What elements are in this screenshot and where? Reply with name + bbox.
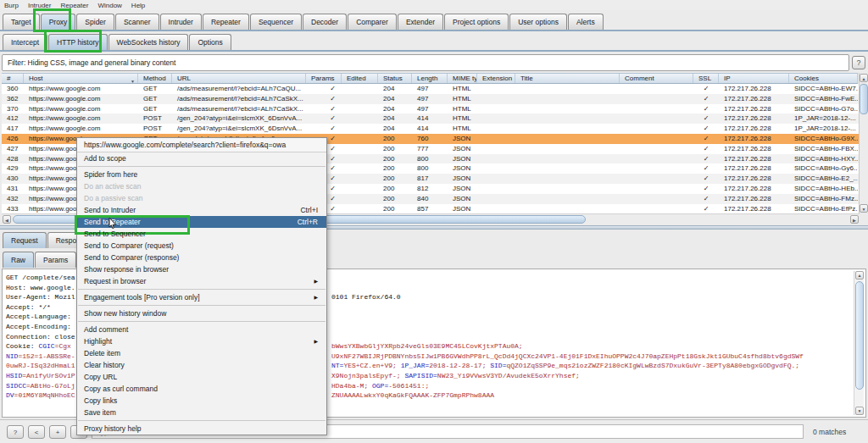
request-line-text: Cookie: CGIC=Cgx (6, 341, 71, 352)
column-header-method[interactable]: Method (138, 74, 172, 83)
cell-extension (477, 124, 515, 134)
cell-length: 800 (412, 163, 448, 174)
submenu-arrow-icon: ▶ (314, 291, 318, 303)
menu-item-show-response-in-browser[interactable]: Show response in browser (77, 263, 326, 275)
scroll-down-icon[interactable]: ▼ (860, 204, 868, 213)
view-tab-params[interactable]: Params (35, 252, 76, 268)
table-row[interactable]: 360https://www.google.comGET/ads/measure… (2, 84, 860, 94)
table-row[interactable]: 362https://www.google.comGET/ads/measure… (2, 94, 860, 104)
table-row[interactable]: 412https://www.google.comPOST/gen_204?at… (2, 114, 860, 124)
previous-match-button[interactable]: < (28, 425, 45, 439)
cell-num: 431 (2, 184, 24, 194)
tab-intercept[interactable]: Intercept (3, 34, 47, 50)
tab-alerts[interactable]: Alerts (568, 14, 604, 30)
menu-item-add-comment[interactable]: Add comment (77, 324, 326, 335)
cell-mime: JSON (448, 184, 477, 194)
menu-item-highlight[interactable]: Highlight▶ (77, 335, 326, 347)
cell-status: 204 (378, 124, 412, 134)
menu-item-delete-item[interactable]: Delete item (77, 347, 326, 359)
editor-scroll-thumb[interactable] (855, 281, 864, 390)
menu-item-save-item[interactable]: Save item (77, 407, 326, 418)
tab-proxy[interactable]: Proxy (41, 14, 76, 30)
cell-ssl: ✓ (693, 154, 719, 164)
menu-item-show-new-history-window[interactable]: Show new history window (77, 307, 326, 319)
menu-item-send-to-sequencer[interactable]: Send to Sequencer (77, 228, 326, 240)
scroll-up-icon[interactable]: ▲ (860, 74, 868, 82)
cell-method: GET (138, 94, 172, 104)
cell-extension (477, 84, 515, 94)
tab-intruder[interactable]: Intruder (160, 14, 202, 30)
column-header-length[interactable]: Length (412, 74, 448, 83)
menu-item-request-in-browser[interactable]: Request in browser▶ (77, 275, 326, 287)
menu-item-add-to-scope[interactable]: Add to scope (77, 152, 326, 164)
cell-params: ✓ (306, 84, 342, 94)
table-vertical-scrollbar[interactable]: ▲ ▼ (859, 73, 868, 213)
tab-http-history[interactable]: HTTP history (48, 34, 107, 50)
cell-ssl: ✓ (693, 94, 719, 104)
menu-item-send-to-repeater[interactable]: Send to RepeaterCtrl+R (77, 216, 326, 228)
menu-item-copy-links[interactable]: Copy links (77, 395, 326, 407)
filter-text: Filter: Hiding CSS, image and general bi… (8, 58, 175, 67)
cell-length: 497 (412, 104, 448, 114)
column-header-mime-type[interactable]: MIME type (448, 74, 477, 83)
cell-num: 412 (2, 114, 24, 124)
editor-vertical-scrollbar[interactable]: ▲ ▼ (854, 271, 864, 415)
tab-comparer[interactable]: Comparer (348, 14, 397, 30)
tab-websockets-history[interactable]: WebSockets history (108, 34, 189, 50)
cell-url: /ads/measurement/l?ebcid=ALh7CaSkX... (172, 104, 306, 114)
menu-item-copy-as-curl-command[interactable]: Copy as curl command (77, 383, 326, 395)
column-header-ip[interactable]: IP (719, 74, 789, 83)
tab-user-options[interactable]: User options (509, 14, 567, 30)
column-header-cookies[interactable]: Cookies (789, 74, 858, 83)
tab-decoder[interactable]: Decoder (303, 14, 347, 30)
cell-edited (342, 204, 378, 214)
column-header-host[interactable]: Host▼ (24, 74, 138, 83)
cell-extension (477, 204, 515, 214)
search-help-button[interactable]: ? (7, 425, 24, 439)
menubar-item-repeater[interactable]: Repeater (60, 2, 88, 9)
column-header-url[interactable]: URL (172, 74, 306, 83)
tab-project-options[interactable]: Project options (444, 14, 509, 30)
main-tab-strip: TargetProxySpiderScannerIntruderRepeater… (0, 10, 868, 31)
menu-item-send-to-comparer-request[interactable]: Send to Comparer (request) (77, 240, 326, 252)
column-header-item[interactable]: # (2, 74, 24, 83)
column-header-title[interactable]: Title (515, 74, 620, 83)
request-line-continuation: ZNUAAAALwkxY0qKaGkFQAAAK-ZFP7GmpRPhw8AAA (331, 390, 494, 401)
tab-sequencer[interactable]: Sequencer (250, 14, 302, 30)
menu-item-clear-history[interactable]: Clear history (77, 359, 326, 371)
table-row[interactable]: 417https://www.google.comPOST/gen_204?at… (2, 124, 860, 134)
menubar-item-window[interactable]: Window (97, 2, 121, 9)
table-row[interactable]: 370https://www.google.comGET/ads/measure… (2, 104, 860, 114)
menu-item-engagement-tools-pro-version-only[interactable]: Engagement tools [Pro version only]▶ (77, 291, 326, 303)
tab-spider[interactable]: Spider (76, 14, 114, 30)
menu-item-copy-url[interactable]: Copy URL (77, 371, 326, 383)
column-header-status[interactable]: Status (378, 74, 412, 83)
scroll-down-icon[interactable]: ▼ (855, 407, 864, 415)
menubar-item-help[interactable]: Help (131, 2, 145, 9)
scroll-right-icon[interactable]: ▶ (850, 215, 859, 224)
editor-tab-request[interactable]: Request (3, 232, 47, 248)
column-header-params[interactable]: Params (306, 74, 342, 83)
tab-extender[interactable]: Extender (398, 14, 443, 30)
menubar-item-burp[interactable]: Burp (4, 2, 19, 9)
column-header-ssl[interactable]: SSL (693, 74, 719, 83)
tab-options[interactable]: Options (189, 34, 231, 50)
vertical-scroll-thumb[interactable] (860, 84, 868, 114)
tab-target[interactable]: Target (3, 14, 40, 30)
menu-item-send-to-intruder[interactable]: Send to IntruderCtrl+I (77, 204, 326, 216)
column-header-extension[interactable]: Extension (477, 74, 515, 83)
view-tab-raw[interactable]: Raw (3, 252, 34, 268)
add-search-button[interactable]: + (49, 425, 66, 439)
column-header-comment[interactable]: Comment (620, 74, 693, 83)
menubar-item-intruder[interactable]: Intruder (28, 2, 52, 9)
filter-help-button[interactable]: ? (852, 56, 865, 69)
menu-item-proxy-history-help[interactable]: Proxy history help (77, 423, 326, 435)
column-header-edited[interactable]: Edited (342, 74, 378, 83)
menu-item-send-to-comparer-response[interactable]: Send to Comparer (response) (77, 252, 326, 263)
scroll-up-icon[interactable]: ▲ (855, 271, 864, 280)
scroll-left-icon[interactable]: ◀ (3, 215, 11, 224)
tab-repeater[interactable]: Repeater (203, 14, 249, 30)
menu-item-spider-from-here[interactable]: Spider from here (77, 169, 326, 180)
tab-scanner[interactable]: Scanner (115, 14, 159, 30)
filter-bar[interactable]: Filter: Hiding CSS, image and general bi… (2, 54, 849, 71)
